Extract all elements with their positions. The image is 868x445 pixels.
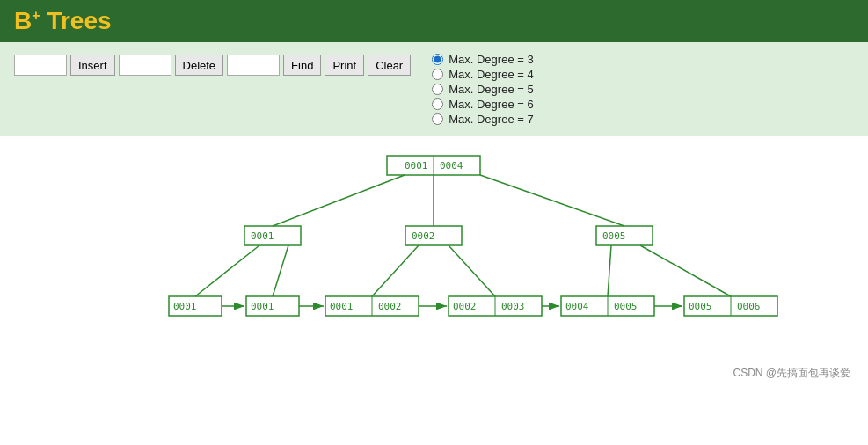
svg-line-28 <box>608 245 611 296</box>
degree-label-7: Max. Degree = 7 <box>449 113 533 126</box>
svg-text:0001: 0001 <box>405 160 428 171</box>
svg-line-7 <box>273 175 405 226</box>
svg-text:0002: 0002 <box>453 301 477 312</box>
degree-option-3: Max. Degree = 3 <box>432 53 533 66</box>
svg-text:0001: 0001 <box>251 230 274 242</box>
degree-option-6: Max. Degree = 6 <box>432 98 533 111</box>
header: B+ Trees <box>0 0 868 42</box>
svg-line-27 <box>449 245 495 296</box>
watermark: CSDN @先搞面包再谈爱 <box>733 366 850 381</box>
degree-label-3: Max. Degree = 3 <box>449 53 533 66</box>
degree-radio-4[interactable] <box>432 69 443 80</box>
tree-svg: 0001 0004 0001 0002 0005 0001 0001 0001 … <box>0 136 868 391</box>
clear-button[interactable]: Clear <box>368 55 411 76</box>
svg-text:0002: 0002 <box>378 301 402 312</box>
delete-input[interactable] <box>119 55 171 76</box>
svg-text:0001: 0001 <box>173 301 197 312</box>
svg-text:0004: 0004 <box>565 301 589 312</box>
find-button[interactable]: Find <box>283 55 321 76</box>
insert-button[interactable]: Insert <box>70 55 115 76</box>
svg-text:0001: 0001 <box>330 301 354 312</box>
svg-text:0005: 0005 <box>602 230 626 242</box>
degree-label-4: Max. Degree = 4 <box>449 68 533 81</box>
degree-option-7: Max. Degree = 7 <box>432 113 533 126</box>
svg-line-26 <box>372 245 419 296</box>
svg-text:0005: 0005 <box>614 301 638 312</box>
svg-line-29 <box>640 245 731 296</box>
svg-text:0002: 0002 <box>412 230 435 242</box>
svg-text:0001: 0001 <box>251 301 274 312</box>
insert-input[interactable] <box>14 55 67 76</box>
svg-line-24 <box>195 245 259 296</box>
degree-radio-6[interactable] <box>432 98 443 110</box>
degree-radio-7[interactable] <box>432 113 443 125</box>
degree-label-5: Max. Degree = 5 <box>449 83 533 96</box>
controls-right: Max. Degree = 3Max. Degree = 4Max. Degre… <box>432 53 533 126</box>
canvas-area: 0001 0004 0001 0002 0005 0001 0001 0001 … <box>0 136 868 391</box>
svg-text:0006: 0006 <box>737 301 761 312</box>
controls-bar: Insert Delete Find Print Clear Max. Degr… <box>0 42 868 136</box>
svg-line-25 <box>273 245 288 296</box>
svg-text:0005: 0005 <box>689 301 712 312</box>
find-input[interactable] <box>227 55 280 76</box>
degree-radio-5[interactable] <box>432 84 443 95</box>
controls-left: Insert Delete Find Print Clear <box>14 55 411 76</box>
svg-line-9 <box>480 175 624 226</box>
degree-radio-3[interactable] <box>432 54 443 65</box>
print-button[interactable]: Print <box>325 55 364 76</box>
degree-label-6: Max. Degree = 6 <box>449 98 533 111</box>
svg-text:0004: 0004 <box>440 160 463 171</box>
svg-text:0003: 0003 <box>501 301 525 312</box>
degree-option-4: Max. Degree = 4 <box>432 68 533 81</box>
page-title: B+ Trees <box>14 7 112 35</box>
degree-option-5: Max. Degree = 5 <box>432 83 533 96</box>
delete-button[interactable]: Delete <box>175 55 224 76</box>
